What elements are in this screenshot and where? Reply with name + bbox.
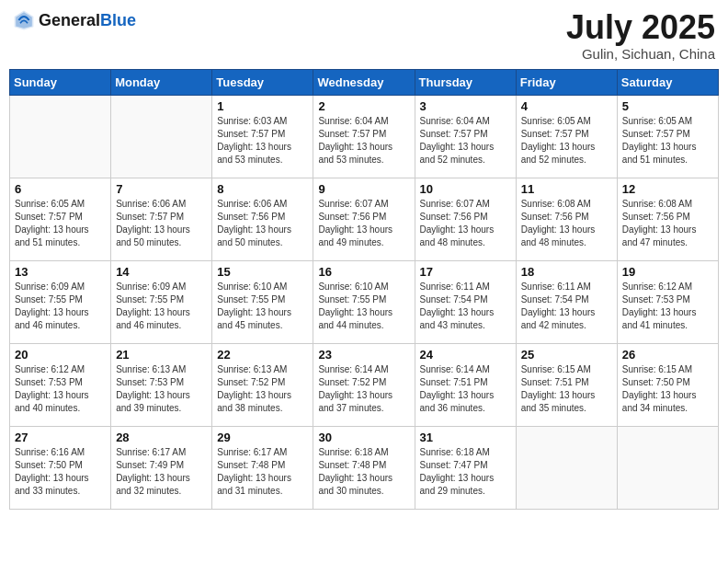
- day-number: 11: [521, 182, 612, 196]
- calendar-day-cell: [111, 95, 212, 178]
- day-number: 13: [15, 265, 106, 279]
- day-info: Sunrise: 6:17 AM Sunset: 7:49 PM Dayligh…: [116, 446, 207, 498]
- day-number: 3: [420, 99, 511, 113]
- calendar-week-row: 27Sunrise: 6:16 AM Sunset: 7:50 PM Dayli…: [10, 426, 719, 509]
- calendar-day-cell: 23Sunrise: 6:14 AM Sunset: 7:52 PM Dayli…: [313, 343, 415, 426]
- calendar-day-cell: 20Sunrise: 6:12 AM Sunset: 7:53 PM Dayli…: [10, 343, 111, 426]
- day-info: Sunrise: 6:08 AM Sunset: 7:56 PM Dayligh…: [622, 198, 713, 249]
- weekday-header-cell: Monday: [111, 69, 212, 95]
- day-number: 30: [318, 431, 409, 444]
- day-info: Sunrise: 6:13 AM Sunset: 7:53 PM Dayligh…: [116, 363, 207, 415]
- day-number: 19: [622, 265, 713, 279]
- day-info: Sunrise: 6:06 AM Sunset: 7:56 PM Dayligh…: [217, 198, 308, 249]
- day-number: 16: [318, 265, 409, 279]
- title-block: July 2025 Gulin, Sichuan, China: [566, 9, 715, 62]
- day-number: 29: [217, 431, 308, 444]
- calendar-day-cell: 18Sunrise: 6:11 AM Sunset: 7:54 PM Dayli…: [516, 260, 617, 343]
- calendar-day-cell: 16Sunrise: 6:10 AM Sunset: 7:55 PM Dayli…: [313, 260, 415, 343]
- calendar-day-cell: 11Sunrise: 6:08 AM Sunset: 7:56 PM Dayli…: [516, 178, 617, 260]
- calendar-day-cell: 21Sunrise: 6:13 AM Sunset: 7:53 PM Dayli…: [111, 343, 212, 426]
- day-info: Sunrise: 6:04 AM Sunset: 7:57 PM Dayligh…: [318, 115, 409, 167]
- logo-general: General: [39, 11, 100, 29]
- day-info: Sunrise: 6:08 AM Sunset: 7:56 PM Dayligh…: [521, 198, 612, 249]
- page-header: GeneralBlue July 2025 Gulin, Sichuan, Ch…: [9, 9, 719, 62]
- calendar-day-cell: [10, 95, 111, 178]
- day-number: 9: [318, 182, 409, 196]
- day-info: Sunrise: 6:04 AM Sunset: 7:57 PM Dayligh…: [420, 115, 511, 167]
- calendar-week-row: 13Sunrise: 6:09 AM Sunset: 7:55 PM Dayli…: [10, 260, 719, 343]
- day-info: Sunrise: 6:07 AM Sunset: 7:56 PM Dayligh…: [318, 198, 409, 249]
- calendar-day-cell: 24Sunrise: 6:14 AM Sunset: 7:51 PM Dayli…: [415, 343, 516, 426]
- day-number: 22: [217, 348, 308, 362]
- weekday-header-cell: Wednesday: [313, 69, 415, 95]
- day-number: 8: [217, 182, 308, 196]
- calendar-day-cell: 8Sunrise: 6:06 AM Sunset: 7:56 PM Daylig…: [212, 178, 313, 260]
- calendar-day-cell: 25Sunrise: 6:15 AM Sunset: 7:51 PM Dayli…: [516, 343, 617, 426]
- day-info: Sunrise: 6:09 AM Sunset: 7:55 PM Dayligh…: [15, 281, 106, 332]
- month-title: July 2025: [566, 9, 715, 46]
- day-info: Sunrise: 6:07 AM Sunset: 7:56 PM Dayligh…: [420, 198, 511, 249]
- day-number: 18: [521, 265, 612, 279]
- day-number: 28: [116, 431, 207, 444]
- calendar-day-cell: 15Sunrise: 6:10 AM Sunset: 7:55 PM Dayli…: [212, 260, 313, 343]
- calendar-day-cell: 17Sunrise: 6:11 AM Sunset: 7:54 PM Dayli…: [415, 260, 516, 343]
- calendar-day-cell: 31Sunrise: 6:18 AM Sunset: 7:47 PM Dayli…: [415, 426, 516, 509]
- calendar-week-row: 6Sunrise: 6:05 AM Sunset: 7:57 PM Daylig…: [10, 178, 719, 260]
- day-info: Sunrise: 6:15 AM Sunset: 7:51 PM Dayligh…: [521, 363, 612, 415]
- logo: GeneralBlue: [13, 9, 136, 31]
- logo-blue: Blue: [100, 11, 136, 29]
- calendar-day-cell: [516, 426, 617, 509]
- calendar-week-row: 20Sunrise: 6:12 AM Sunset: 7:53 PM Dayli…: [10, 343, 719, 426]
- calendar-day-cell: 30Sunrise: 6:18 AM Sunset: 7:48 PM Dayli…: [313, 426, 415, 509]
- calendar-day-cell: 2Sunrise: 6:04 AM Sunset: 7:57 PM Daylig…: [313, 95, 415, 178]
- weekday-header-cell: Saturday: [617, 69, 718, 95]
- day-info: Sunrise: 6:16 AM Sunset: 7:50 PM Dayligh…: [15, 446, 106, 498]
- weekday-header-cell: Thursday: [415, 69, 516, 95]
- weekday-header-cell: Sunday: [10, 69, 111, 95]
- weekday-header-row: SundayMondayTuesdayWednesdayThursdayFrid…: [10, 69, 719, 95]
- calendar-day-cell: 13Sunrise: 6:09 AM Sunset: 7:55 PM Dayli…: [10, 260, 111, 343]
- day-info: Sunrise: 6:09 AM Sunset: 7:55 PM Dayligh…: [116, 281, 207, 332]
- calendar-day-cell: 4Sunrise: 6:05 AM Sunset: 7:57 PM Daylig…: [516, 95, 617, 178]
- logo-icon: [13, 9, 35, 31]
- day-number: 24: [420, 348, 511, 362]
- day-number: 14: [116, 265, 207, 279]
- day-info: Sunrise: 6:13 AM Sunset: 7:52 PM Dayligh…: [217, 363, 308, 415]
- calendar-day-cell: 1Sunrise: 6:03 AM Sunset: 7:57 PM Daylig…: [212, 95, 313, 178]
- day-number: 17: [420, 265, 511, 279]
- day-info: Sunrise: 6:18 AM Sunset: 7:48 PM Dayligh…: [318, 446, 409, 498]
- day-number: 1: [217, 99, 308, 113]
- day-number: 31: [420, 431, 511, 444]
- calendar-day-cell: 3Sunrise: 6:04 AM Sunset: 7:57 PM Daylig…: [415, 95, 516, 178]
- day-number: 26: [622, 348, 713, 362]
- day-info: Sunrise: 6:17 AM Sunset: 7:48 PM Dayligh…: [217, 446, 308, 498]
- calendar-day-cell: 14Sunrise: 6:09 AM Sunset: 7:55 PM Dayli…: [111, 260, 212, 343]
- day-number: 21: [116, 348, 207, 362]
- calendar-table: SundayMondayTuesdayWednesdayThursdayFrid…: [9, 69, 719, 510]
- calendar-day-cell: 9Sunrise: 6:07 AM Sunset: 7:56 PM Daylig…: [313, 178, 415, 260]
- weekday-header-cell: Friday: [516, 69, 617, 95]
- day-info: Sunrise: 6:10 AM Sunset: 7:55 PM Dayligh…: [318, 281, 409, 332]
- calendar-day-cell: [617, 426, 718, 509]
- weekday-header-cell: Tuesday: [212, 69, 313, 95]
- day-info: Sunrise: 6:18 AM Sunset: 7:47 PM Dayligh…: [420, 446, 511, 498]
- calendar-week-row: 1Sunrise: 6:03 AM Sunset: 7:57 PM Daylig…: [10, 95, 719, 178]
- day-info: Sunrise: 6:11 AM Sunset: 7:54 PM Dayligh…: [521, 281, 612, 332]
- day-number: 6: [15, 182, 106, 196]
- calendar-day-cell: 19Sunrise: 6:12 AM Sunset: 7:53 PM Dayli…: [617, 260, 718, 343]
- day-info: Sunrise: 6:12 AM Sunset: 7:53 PM Dayligh…: [622, 281, 713, 332]
- day-number: 25: [521, 348, 612, 362]
- calendar-day-cell: 22Sunrise: 6:13 AM Sunset: 7:52 PM Dayli…: [212, 343, 313, 426]
- calendar-day-cell: 5Sunrise: 6:05 AM Sunset: 7:57 PM Daylig…: [617, 95, 718, 178]
- calendar-day-cell: 10Sunrise: 6:07 AM Sunset: 7:56 PM Dayli…: [415, 178, 516, 260]
- day-info: Sunrise: 6:15 AM Sunset: 7:50 PM Dayligh…: [622, 363, 713, 415]
- day-number: 7: [116, 182, 207, 196]
- day-info: Sunrise: 6:03 AM Sunset: 7:57 PM Dayligh…: [217, 115, 308, 167]
- day-number: 20: [15, 348, 106, 362]
- logo-text: GeneralBlue: [39, 11, 136, 30]
- day-number: 10: [420, 182, 511, 196]
- day-number: 15: [217, 265, 308, 279]
- day-number: 5: [622, 99, 713, 113]
- day-number: 23: [318, 348, 409, 362]
- calendar-day-cell: 6Sunrise: 6:05 AM Sunset: 7:57 PM Daylig…: [10, 178, 111, 260]
